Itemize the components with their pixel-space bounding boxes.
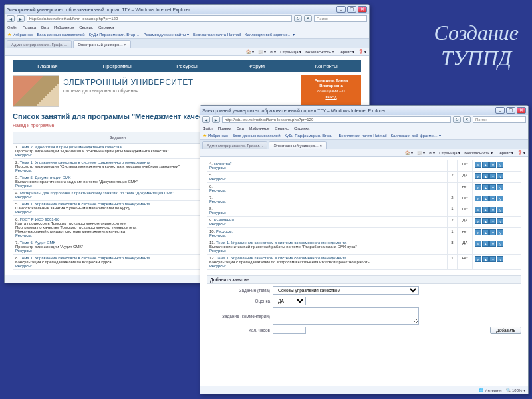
help-button[interactable]: ❓ ▾	[358, 49, 366, 54]
add-button[interactable]: Добавить	[490, 327, 521, 334]
favorites-button[interactable]: ★Избранное	[203, 133, 228, 138]
hours-input[interactable]	[273, 327, 306, 334]
mail-button[interactable]: ✉ ▾	[270, 49, 277, 54]
up-icon[interactable]: ▲	[482, 173, 489, 179]
fav-link[interactable]: Бесплатная почта Hotmail	[193, 33, 241, 37]
home-button[interactable]: 🏠 ▾	[246, 49, 254, 54]
menu-file[interactable]: Файл	[203, 126, 213, 130]
page-menu[interactable]: Страница ▾	[439, 150, 460, 155]
mark-select[interactable]: ДА	[273, 297, 306, 305]
up-icon[interactable]: ▲	[482, 207, 489, 213]
delete-icon[interactable]: у	[497, 256, 503, 262]
tab-admin[interactable]: Администрирование. Графи…	[7, 40, 72, 48]
delete-icon[interactable]: у	[497, 196, 503, 201]
delete-icon[interactable]: у	[497, 162, 503, 168]
delete-icon[interactable]: у	[497, 241, 503, 247]
edit-icon[interactable]: и	[475, 229, 481, 235]
minimize-button[interactable]: –	[336, 6, 346, 13]
refresh-button[interactable]: ↻	[294, 15, 302, 22]
down-icon[interactable]: ▼	[489, 173, 496, 179]
forward-button[interactable]: ►	[17, 15, 25, 22]
down-icon[interactable]: ▼	[489, 184, 496, 190]
edit-icon[interactable]: и	[475, 196, 481, 201]
delete-icon[interactable]: у	[497, 173, 503, 179]
fav-link[interactable]: Рекомендуемые сайты ▾	[143, 32, 189, 37]
tools-menu[interactable]: Сервис ▾	[497, 150, 513, 155]
menu-edit[interactable]: Правка	[218, 126, 231, 130]
tab-portal[interactable]: Электронный универс… ×	[73, 40, 131, 48]
minimize-button[interactable]: –	[495, 107, 505, 114]
search-box[interactable]: Поиск	[314, 15, 367, 22]
up-icon[interactable]: ▲	[482, 241, 489, 247]
zoom-level[interactable]: 🔍 100% ▾	[506, 388, 525, 392]
down-icon[interactable]: ▼	[489, 162, 496, 168]
menu-edit[interactable]: Правка	[23, 25, 36, 29]
tools-menu[interactable]: Сервис ▾	[338, 49, 354, 54]
fav-link[interactable]: Бесплатная почта Hotmail	[338, 134, 386, 138]
edit-icon[interactable]: и	[475, 207, 481, 213]
stop-button[interactable]: ✕	[304, 15, 312, 22]
menu-tools[interactable]: Сервис	[275, 126, 289, 130]
down-icon[interactable]: ▼	[489, 241, 496, 247]
forward-button[interactable]: ►	[212, 116, 220, 123]
delete-icon[interactable]: у	[497, 229, 503, 235]
up-icon[interactable]: ▲	[482, 162, 489, 168]
up-icon[interactable]: ▲	[482, 218, 489, 224]
menu-help[interactable]: Справка	[294, 126, 310, 130]
logout-link[interactable]: выход	[303, 95, 359, 100]
nav-home[interactable]: Главная	[13, 60, 82, 72]
nav-programs[interactable]: Программы	[82, 60, 152, 72]
down-icon[interactable]: ▼	[489, 207, 496, 213]
home-button[interactable]: 🏠 ▾	[405, 150, 413, 155]
help-button[interactable]: ❓ ▾	[517, 150, 525, 155]
edit-icon[interactable]: и	[475, 218, 481, 224]
menu-view[interactable]: Вид	[237, 126, 244, 130]
favorites-button[interactable]: ★Избранное	[7, 32, 33, 37]
feeds-button[interactable]: 📰 ▾	[258, 49, 266, 54]
back-button[interactable]: ◄	[7, 15, 15, 22]
url-field[interactable]: http://edu.tsu.ru/method/form-lessons.ph…	[222, 116, 451, 123]
mail-button[interactable]: ✉ ▾	[429, 150, 436, 155]
maximize-button[interactable]: ▢	[347, 6, 356, 13]
tab-portal[interactable]: Электронный универс… ×	[269, 141, 327, 149]
menu-help[interactable]: Справка	[98, 25, 114, 29]
nav-contacts[interactable]: Контакты	[291, 60, 361, 72]
search-box[interactable]: Поиск	[473, 116, 526, 123]
nav-forum[interactable]: Форум	[221, 60, 291, 72]
refresh-button[interactable]: ↻	[453, 116, 461, 123]
up-icon[interactable]: ▲	[482, 196, 489, 201]
edit-icon[interactable]: и	[475, 162, 481, 168]
safety-menu[interactable]: Безопасность ▾	[464, 150, 493, 155]
edit-icon[interactable]: и	[475, 241, 481, 247]
nav-resources[interactable]: Ресурсы	[152, 60, 222, 72]
close-button[interactable]: ✕	[517, 107, 526, 114]
menu-favorites[interactable]: Избранное	[249, 126, 269, 130]
url-field[interactable]: http://edu.tsu.ru/method/form-lessons.ph…	[27, 15, 292, 22]
menu-favorites[interactable]: Избранное	[54, 25, 74, 29]
down-icon[interactable]: ▼	[489, 196, 496, 201]
delete-icon[interactable]: у	[497, 184, 503, 190]
down-icon[interactable]: ▼	[489, 229, 496, 235]
edit-icon[interactable]: и	[475, 173, 481, 179]
stop-button[interactable]: ✕	[463, 116, 471, 123]
edit-icon[interactable]: и	[475, 184, 481, 190]
safety-menu[interactable]: Безопасность ▾	[305, 49, 334, 54]
fav-link[interactable]: База данных соискателей	[232, 134, 280, 138]
edit-icon[interactable]: и	[475, 256, 481, 262]
up-icon[interactable]: ▲	[482, 256, 489, 262]
menu-view[interactable]: Вид	[41, 25, 49, 29]
fav-link[interactable]: Коллекция веб-фрагме… ▾	[245, 32, 295, 37]
titlebar[interactable]: Электронный университет: образовательный…	[200, 106, 528, 115]
comment-textarea[interactable]	[273, 307, 419, 325]
titlebar[interactable]: Электронный университет: образовательный…	[5, 5, 369, 14]
up-icon[interactable]: ▲	[482, 184, 489, 190]
close-button[interactable]: ✕	[358, 6, 367, 13]
back-button[interactable]: ◄	[202, 116, 210, 123]
up-icon[interactable]: ▲	[482, 229, 489, 235]
down-icon[interactable]: ▼	[489, 218, 496, 224]
fav-link[interactable]: База данных соискателей	[37, 33, 84, 37]
delete-icon[interactable]: у	[497, 218, 503, 224]
down-icon[interactable]: ▼	[489, 256, 496, 262]
tab-admin[interactable]: Администрирование. Графи…	[202, 141, 267, 149]
fav-link[interactable]: Коллекция веб-фрагме… ▾	[391, 133, 441, 138]
